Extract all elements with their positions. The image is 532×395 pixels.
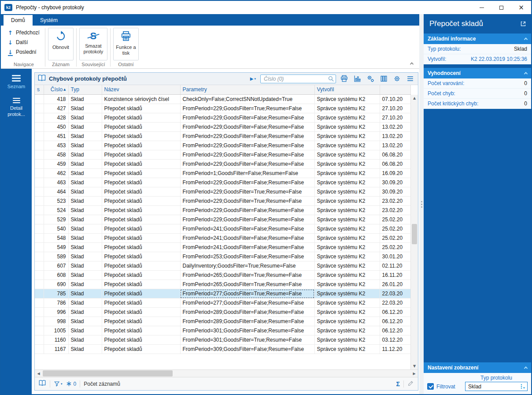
- cell[interactable]: Sklad: [68, 178, 102, 187]
- cell[interactable]: 523: [44, 197, 68, 206]
- cell[interactable]: FromPeriod=241;GoodsFilter=False;Resume=…: [180, 243, 314, 252]
- cell[interactable]: Přepočet skladů: [102, 132, 180, 141]
- cell[interactable]: Sklad: [68, 150, 102, 160]
- cell[interactable]: FromPeriod=289;GoodsFilter=False;Resume=…: [180, 308, 314, 317]
- table-row[interactable]: 548SkladPřepočet skladůFromPeriod=241;Go…: [35, 234, 410, 243]
- table-row[interactable]: 1005SkladPřepočet skladůFromPeriod=301;G…: [35, 326, 410, 335]
- cell[interactable]: Přepočet skladů: [102, 234, 180, 243]
- cell[interactable]: FromPeriod=241;GoodsFilter=False;Resume=…: [180, 234, 314, 243]
- column-header-parametry[interactable]: Parametry: [180, 85, 314, 94]
- cell[interactable]: 06.08.20: [380, 150, 410, 160]
- cell[interactable]: Správce systému K2: [314, 289, 380, 298]
- cell[interactable]: 27.10.20: [380, 104, 410, 113]
- panel-splitter[interactable]: [419, 14, 424, 394]
- cell[interactable]: Přepočet skladů: [102, 160, 180, 169]
- cell[interactable]: Správce systému K2: [314, 206, 380, 215]
- cell[interactable]: 23.02.20: [380, 206, 410, 215]
- cell[interactable]: Přepočet skladů: [102, 280, 180, 289]
- cell[interactable]: Správce systému K2: [314, 132, 380, 141]
- cell[interactable]: Přepočet skladů: [102, 104, 180, 113]
- cell[interactable]: Přepočet skladů: [102, 345, 180, 354]
- cell[interactable]: Přepočet skladů: [102, 243, 180, 252]
- section-evaluation[interactable]: Vyhodnocení: [424, 68, 531, 78]
- section-display-settings[interactable]: Nastavení zobrazení: [424, 362, 531, 373]
- cell[interactable]: 464: [44, 187, 68, 197]
- cell[interactable]: 11.12.20: [380, 345, 410, 354]
- cell[interactable]: FromPeriod=229;GoodsFilter=False;Resume=…: [180, 206, 314, 215]
- table-row[interactable]: 589SkladPřepočet skladůFromPeriod=253;Go…: [35, 252, 410, 261]
- cell[interactable]: Sklad: [68, 104, 102, 113]
- row-marker-cell[interactable]: [35, 178, 44, 187]
- cell[interactable]: FromPeriod=229;GoodsFilter=False;Resume=…: [180, 160, 314, 169]
- cell[interactable]: FromPeriod=277;GoodsFilter=True;Resume=F…: [180, 289, 314, 298]
- chart-button[interactable]: [352, 74, 362, 84]
- table-row[interactable]: 418SkladKonzistence sériových číselCheck…: [35, 95, 410, 104]
- cell[interactable]: Přepočet skladů: [102, 298, 180, 308]
- cell[interactable]: Sklad: [68, 113, 102, 123]
- cell[interactable]: Sklad: [68, 280, 102, 289]
- cell[interactable]: 463: [44, 178, 68, 187]
- cell[interactable]: 548: [44, 234, 68, 243]
- cell[interactable]: FromPeriod=253;GoodsFilter=False;Resume=…: [180, 252, 314, 261]
- cell[interactable]: 06.08.20: [380, 160, 410, 169]
- menu-button[interactable]: [405, 74, 415, 84]
- table-row[interactable]: 998SkladPřepočet skladůFromPeriod=289;Go…: [35, 317, 410, 326]
- edit-button[interactable]: [407, 380, 414, 388]
- cell[interactable]: Správce systému K2: [314, 169, 380, 178]
- cell[interactable]: Správce systému K2: [314, 298, 380, 308]
- cell[interactable]: Sklad: [68, 169, 102, 178]
- row-marker-cell[interactable]: [35, 132, 44, 141]
- cell[interactable]: 13.02.20: [380, 132, 410, 141]
- cell[interactable]: Sklad: [68, 243, 102, 252]
- vertical-scroll-thumb[interactable]: [412, 224, 417, 244]
- cell[interactable]: Správce systému K2: [314, 234, 380, 243]
- refresh-button[interactable]: Obnovit: [48, 28, 74, 60]
- cell[interactable]: FromPeriod=1;GoodsFilter=False;Resume=Fa…: [180, 169, 314, 178]
- row-marker-cell[interactable]: [35, 280, 44, 289]
- undock-button[interactable]: [520, 20, 527, 29]
- close-button[interactable]: ×: [511, 1, 531, 14]
- cell[interactable]: FromPeriod=289;GoodsFilter=False;Resume=…: [180, 317, 314, 326]
- cell[interactable]: 996: [44, 308, 68, 317]
- table-row[interactable]: 427SkladPřepočet skladůFromPeriod=229;Go…: [35, 104, 410, 113]
- cell[interactable]: FromPeriod=301;GoodsFilter=False;Resume=…: [180, 326, 314, 335]
- cell[interactable]: Přepočet skladů: [102, 150, 180, 160]
- cell[interactable]: 13.02.20: [380, 123, 410, 132]
- cell[interactable]: Sklad: [68, 206, 102, 215]
- row-marker-cell[interactable]: [35, 150, 44, 160]
- cell[interactable]: Správce systému K2: [314, 252, 380, 261]
- row-marker-cell[interactable]: [35, 104, 44, 113]
- cell[interactable]: 06.12.20: [380, 326, 410, 335]
- cell[interactable]: Sklad: [68, 141, 102, 150]
- print-button[interactable]: [339, 74, 349, 84]
- table-row[interactable]: 462SkladPřepočet skladůFromPeriod=1;Good…: [35, 169, 410, 178]
- row-marker-cell[interactable]: [35, 206, 44, 215]
- cell[interactable]: Konzistence sériových čísel: [102, 95, 180, 104]
- columns-button[interactable]: [378, 74, 389, 84]
- column-header-nazev[interactable]: Název: [102, 85, 180, 94]
- cell[interactable]: Správce systému K2: [314, 308, 380, 317]
- table-row[interactable]: 1160SkladPřepočet skladůFromPeriod=301;G…: [35, 335, 410, 345]
- cell[interactable]: 22.03.20: [380, 289, 410, 298]
- delete-protocols-button[interactable]: S Smazat protokoly: [79, 28, 107, 60]
- cell[interactable]: Správce systému K2: [314, 113, 380, 123]
- cell[interactable]: Správce systému K2: [314, 178, 380, 187]
- column-header-vytvoril[interactable]: Vytvořil: [314, 85, 380, 94]
- row-marker-cell[interactable]: [35, 326, 44, 335]
- cell[interactable]: FromPeriod=229;GoodsFilter=False;Resume=…: [180, 113, 314, 123]
- cell[interactable]: Přepočet skladů: [102, 271, 180, 280]
- cell[interactable]: Sklad: [68, 317, 102, 326]
- cell[interactable]: Správce systému K2: [314, 335, 380, 345]
- row-marker-cell[interactable]: [35, 95, 44, 104]
- cell[interactable]: 23.02.20: [380, 197, 410, 206]
- row-marker-cell[interactable]: [35, 187, 44, 197]
- cell[interactable]: 13.02.20: [380, 141, 410, 150]
- table-row[interactable]: 529SkladPřepočet skladůFromPeriod=229;Go…: [35, 215, 410, 224]
- cell[interactable]: Přepočet skladů: [102, 113, 180, 123]
- table-row[interactable]: 459SkladPřepočet skladůFromPeriod=229;Go…: [35, 160, 410, 169]
- cell[interactable]: Přepočet skladů: [102, 206, 180, 215]
- table-row[interactable]: 463SkladPřepočet skladůFromPeriod=229;Go…: [35, 178, 410, 187]
- search-input[interactable]: [260, 75, 336, 83]
- cell[interactable]: Sklad: [68, 197, 102, 206]
- table-row[interactable]: 549SkladPřepočet skladůFromPeriod=241;Go…: [35, 243, 410, 252]
